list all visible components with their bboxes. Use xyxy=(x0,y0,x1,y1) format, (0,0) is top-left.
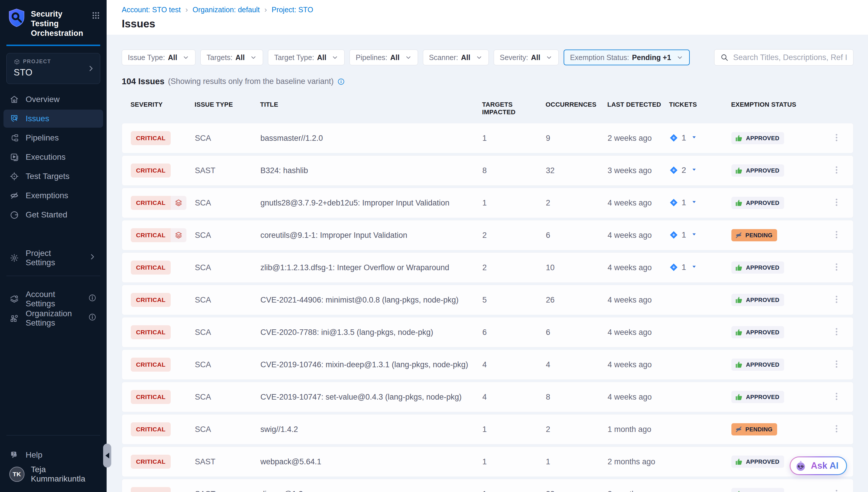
cell-last-detected: 2 weeks ago xyxy=(608,134,669,143)
sidebar-item-exemptions[interactable]: Exemptions xyxy=(3,187,103,205)
cell-targets-impacted: 1 xyxy=(482,425,546,434)
chevron-down-icon xyxy=(332,54,339,61)
breadcrumb-link-organization-default[interactable]: Organization: default xyxy=(192,5,260,14)
search-input[interactable] xyxy=(733,53,847,63)
sidebar-item-pipelines[interactable]: Pipelines xyxy=(3,129,103,147)
cell-severity: CRITICAL xyxy=(131,325,195,339)
project-label: PROJECT xyxy=(23,58,51,65)
thumbs-up-icon xyxy=(735,264,743,272)
cell-title[interactable]: CVE-2019-10746: mixin-deep@1.3.1 (lang-p… xyxy=(260,360,482,369)
info-icon[interactable] xyxy=(337,78,345,85)
severity-label: CRITICAL xyxy=(131,261,171,275)
issue-row[interactable]: CRITICAL SASTdjango@1.21222 months ago A… xyxy=(122,479,853,492)
sidebar-collapse-handle[interactable] xyxy=(103,444,111,468)
kebab-menu-icon xyxy=(832,489,841,492)
row-menu-button[interactable] xyxy=(829,196,844,210)
issue-row[interactable]: CRITICAL SCACVE-2019-10747: set-value@0.… xyxy=(122,382,853,412)
issue-row[interactable]: CRITICAL SCAzlib@1:1.2.13.dfsg-1: Intege… xyxy=(122,252,853,283)
breadcrumb-link-project-sto[interactable]: Project: STO xyxy=(271,5,313,14)
issue-row[interactable]: CRITICAL SASTwebpack@5.64.1112 months ag… xyxy=(122,446,853,477)
cell-targets-impacted: 1 xyxy=(482,457,546,466)
issue-row[interactable]: CRITICAL SCAbassmaster//1.2.0192 weeks a… xyxy=(122,123,853,153)
home-icon xyxy=(9,95,19,104)
row-menu-button[interactable] xyxy=(829,163,844,178)
filter-targets[interactable]: Targets:All xyxy=(201,50,263,65)
ticket-button[interactable]: 1 xyxy=(669,263,697,272)
row-menu-button[interactable] xyxy=(829,293,844,307)
ticket-button[interactable]: 1 xyxy=(669,133,697,143)
row-menu-button[interactable] xyxy=(829,422,844,437)
cell-severity: CRITICAL xyxy=(131,228,195,242)
filter-target-type[interactable]: Target Type:All xyxy=(268,50,345,65)
cell-title[interactable]: CVE-2021-44906: minimist@0.0.8 (lang-pkg… xyxy=(260,296,482,304)
sidebar-item-test-targets[interactable]: Test Targets xyxy=(3,167,103,186)
module-grid-icon[interactable] xyxy=(91,8,100,20)
row-menu-button[interactable] xyxy=(829,357,844,372)
layers-icon xyxy=(175,231,183,239)
sidebar-nav: OverviewIssuesPipelinesExecutionsTest Ta… xyxy=(0,90,107,225)
row-menu-button[interactable] xyxy=(829,487,844,492)
kebab-menu-icon xyxy=(832,165,841,175)
cell-exemption-status: APPROVED xyxy=(731,197,827,209)
issue-row[interactable]: CRITICAL SCAswig//1.4.2121 month ago PEN… xyxy=(122,414,853,444)
issue-row[interactable]: CRITICAL SCACVE-2020-7788: ini@1.3.5 (la… xyxy=(122,317,853,347)
issue-row[interactable]: CRITICAL SCACVE-2021-44906: minimist@0.0… xyxy=(122,285,853,315)
sidebar-item-help[interactable]: ? Help xyxy=(3,446,103,464)
ticket-button[interactable]: 1 xyxy=(669,230,697,240)
issue-row[interactable]: CRITICAL SCAcoreutils@9.1-1: Improper In… xyxy=(122,220,853,250)
table-body: CRITICAL SCAbassmaster//1.2.0192 weeks a… xyxy=(122,123,853,492)
filter-exemption-status[interactable]: Exemption Status:Pending +1 xyxy=(563,50,690,65)
row-menu-button[interactable] xyxy=(829,260,844,275)
cell-title[interactable]: zlib@1:1.2.13.dfsg-1: Integer Overflow o… xyxy=(260,263,482,272)
kebab-menu-icon xyxy=(832,230,841,240)
project-selector[interactable]: PROJECT STO xyxy=(6,53,100,84)
breadcrumb-link-account-sto-test[interactable]: Account: STO test xyxy=(122,5,181,14)
gear-icon xyxy=(9,253,19,263)
cell-title[interactable]: CVE-2019-10747: set-value@0.4.3 (lang-pk… xyxy=(260,393,482,402)
severity-badge: CRITICAL xyxy=(131,131,171,145)
filter-scanner[interactable]: Scanner:All xyxy=(423,50,489,65)
cell-issue-type: SAST xyxy=(195,457,260,466)
cell-severity: CRITICAL xyxy=(131,196,195,210)
issue-row[interactable]: CRITICAL SASTB324: hashlib8323 weeks ago… xyxy=(122,155,853,186)
sidebar-item-overview[interactable]: Overview xyxy=(3,90,103,108)
sidebar-divider xyxy=(6,435,100,436)
cell-last-detected: 4 weeks ago xyxy=(608,296,669,304)
cell-title[interactable]: B324: hashlib xyxy=(260,166,482,175)
column-header-title: TITLE xyxy=(260,101,482,116)
issue-row[interactable]: CRITICAL SCAgnutls28@3.7.9-2+deb12u5: Im… xyxy=(122,188,853,218)
ticket-button[interactable]: 2 xyxy=(669,166,697,175)
row-menu-button[interactable] xyxy=(829,325,844,340)
cell-title[interactable]: django@1.2 xyxy=(260,490,482,492)
cell-title[interactable]: swig//1.4.2 xyxy=(260,425,482,434)
cell-issue-type: SCA xyxy=(195,393,260,402)
ask-ai-button[interactable]: Ask AI xyxy=(790,457,847,475)
sidebar-item-project-settings[interactable]: Project Settings xyxy=(3,249,103,267)
row-menu-button[interactable] xyxy=(829,390,844,404)
cell-title[interactable]: bassmaster//1.2.0 xyxy=(260,134,482,143)
sidebar-item-organization-settings[interactable]: Organization Settings xyxy=(3,309,103,327)
filter-pipelines[interactable]: Pipelines:All xyxy=(349,50,418,65)
ticket-button[interactable]: 1 xyxy=(669,198,697,207)
sidebar-item-account-settings[interactable]: Account Settings xyxy=(3,290,103,308)
filter-severity[interactable]: Severity:All xyxy=(494,50,559,65)
sidebar-item-get-started[interactable]: Get Started xyxy=(3,206,103,224)
cell-occurrences: 1 xyxy=(546,457,608,466)
thumbs-up-icon xyxy=(735,167,743,175)
sidebar-item-executions[interactable]: Executions xyxy=(3,148,103,166)
sidebar-item-issues[interactable]: Issues xyxy=(3,109,103,128)
cell-title[interactable]: CVE-2020-7788: ini@1.3.5 (lang-pkgs, nod… xyxy=(260,328,482,337)
row-menu-button[interactable] xyxy=(829,131,844,145)
cell-title[interactable]: coreutils@9.1-1: Improper Input Validati… xyxy=(260,231,482,240)
row-menu-button[interactable] xyxy=(829,228,844,243)
cell-title[interactable]: webpack@5.64.1 xyxy=(260,457,482,466)
chevron-right-icon xyxy=(87,65,95,72)
cell-last-detected: 3 weeks ago xyxy=(608,166,669,175)
filter-issue-type[interactable]: Issue Type:All xyxy=(122,50,195,65)
caret-down-icon xyxy=(691,167,697,173)
cell-title[interactable]: gnutls28@3.7.9-2+deb12u5: Improper Input… xyxy=(260,198,482,207)
cell-exemption-status: APPROVED xyxy=(731,326,827,338)
exemption-status-label: APPROVED xyxy=(746,167,780,174)
issue-row[interactable]: CRITICAL SCACVE-2019-10746: mixin-deep@1… xyxy=(122,349,853,380)
user-menu[interactable]: TK Teja Kummarikuntla xyxy=(3,465,103,483)
